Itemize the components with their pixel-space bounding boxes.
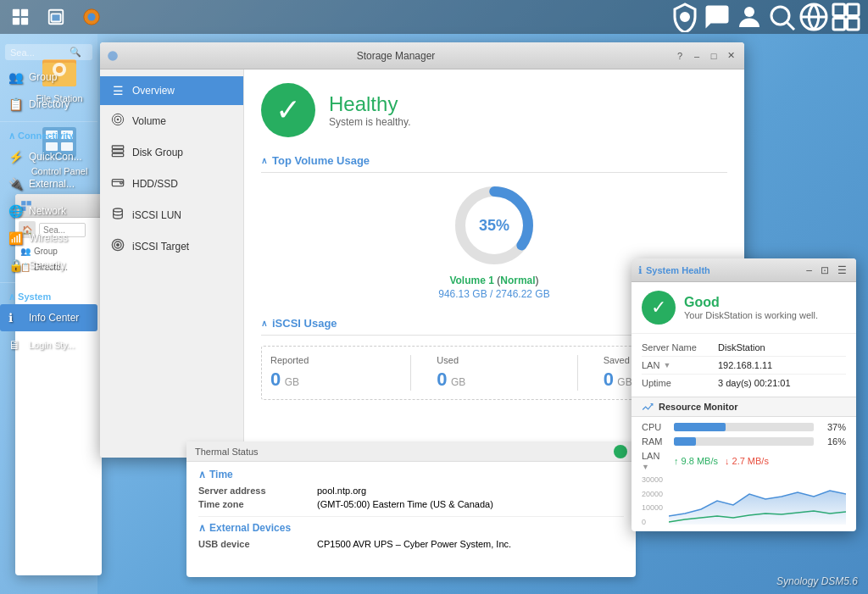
display-icon[interactable]: [831, 2, 861, 32]
network-taskbar-icon[interactable]: [798, 2, 829, 32]
iscsi-used-label: Used: [437, 355, 551, 365]
svg-rect-16: [848, 19, 860, 31]
taskbar-right: [663, 2, 868, 32]
popup-health-text: Good Your DiskStation is working well.: [684, 295, 818, 320]
thermal-label: Thermal Status: [195, 447, 259, 457]
cpu-percent: 37%: [821, 422, 846, 432]
uptime-label: Uptime: [642, 378, 718, 388]
browser-taskbar-icon[interactable]: [75, 0, 108, 34]
sidebar-iscsi-target[interactable]: iSCSI Target: [100, 230, 243, 262]
external-devices-header[interactable]: ∧ External Devices: [198, 516, 624, 534]
svg-point-32: [117, 119, 120, 121]
donut-label: 35%: [479, 217, 509, 235]
y-axis-10000: 10000: [642, 503, 669, 512]
cpu-bar: [674, 423, 726, 431]
uptime-value: 3 day(s) 00:21:01: [718, 378, 846, 388]
external-label: External...: [29, 178, 75, 190]
sidebar-item-external[interactable]: 🔌 External...: [0, 170, 97, 197]
search-taskbar-icon[interactable]: [766, 2, 797, 32]
svg-marker-45: [669, 491, 846, 525]
user-icon[interactable]: [734, 2, 765, 32]
antivirus-icon[interactable]: [670, 2, 700, 32]
popup-health-icon: ✓: [642, 291, 676, 325]
sidebar-item-group[interactable]: 👥 Group: [0, 64, 97, 91]
ram-bar-track: [674, 437, 814, 446]
synology-brand: Synology DSM5.6: [776, 575, 858, 587]
volume-header-label: Top Volume Usage: [272, 154, 370, 167]
sidebar-item-login-style[interactable]: 🖥 Login Sty...: [0, 331, 97, 358]
sidebar-item-security[interactable]: 🔒 Security: [0, 252, 97, 279]
system-health-titlebar: ℹ System Health – ⊡ ☰: [632, 258, 856, 282]
panel-divider-1: [0, 121, 97, 122]
left-panel: 🔍 👥 Group 📋 Directory ∧ Connectivity ⚡ Q…: [0, 34, 97, 594]
wireless-label: Wireless: [29, 232, 68, 244]
iscsi-divider-1: [410, 355, 411, 391]
iscsi-used-value: 0 GB: [437, 369, 551, 391]
lan-speed-arrow-icon: ▼: [642, 463, 649, 471]
system-section[interactable]: ∧ System: [0, 286, 97, 304]
sidebar-iscsi-lun[interactable]: iSCSI LUN: [100, 199, 243, 230]
usb-device-value: CP1500 AVR UPS – Cyber Power System, Inc…: [317, 539, 511, 549]
external-devices-section: ∧ External Devices USB device CP1500 AVR…: [186, 516, 636, 556]
resource-monitor-body: CPU 37% RAM 16% LAN ▼ ↑ 9.8 MB/s ↓ 2.7 M…: [632, 417, 856, 531]
sidebar-hdd-ssd[interactable]: HDD/SSD: [100, 168, 243, 199]
window-maximize-btn[interactable]: □: [707, 49, 721, 63]
sidebar-item-info-center[interactable]: ℹ Info Center: [0, 304, 97, 331]
popup-restore-btn[interactable]: ⊡: [818, 264, 832, 276]
sidebar-item-network[interactable]: 🌐 Network: [0, 197, 97, 225]
apps-icon[interactable]: [3, 0, 37, 34]
volume-arrow-icon: ∧: [261, 156, 267, 165]
lan-speed-row: LAN ▼ ↑ 9.8 MB/s ↓ 2.7 MB/s: [642, 451, 846, 471]
health-section: ✓ Healthy System is healthy.: [261, 83, 727, 137]
time-header[interactable]: ∧ Time: [198, 469, 624, 480]
popup-controls: – ⊡ ☰: [804, 264, 849, 276]
sidebar-volume[interactable]: Volume: [100, 105, 243, 136]
sidebar-item-quickcon[interactable]: ⚡ QuickCon...: [0, 143, 97, 170]
connectivity-section[interactable]: ∧ Connectivity: [0, 125, 97, 143]
disk-group-icon: [110, 144, 125, 160]
chart-yaxis: 30000 20000 10000 0: [642, 475, 669, 526]
lan-row: LAN ▼ 192.168.1.11: [642, 357, 846, 375]
left-panel-search[interactable]: 🔍: [5, 44, 92, 60]
window-close-btn[interactable]: ✕: [724, 49, 737, 63]
chat-icon[interactable]: [702, 2, 732, 32]
sidebar-item-directory[interactable]: 📋 Directory: [0, 91, 97, 118]
left-panel-search-input[interactable]: [10, 47, 70, 58]
hdd-ssd-icon: [110, 175, 125, 192]
system-health-title: System Health: [646, 265, 710, 275]
window-minimize-btn[interactable]: –: [690, 49, 704, 63]
network-label: Network: [29, 205, 66, 217]
taskbar-left: [0, 0, 112, 34]
health-icon: ✓: [261, 83, 315, 137]
lan-upload-speed: ↑ 9.8 MB/s: [674, 456, 718, 466]
uptime-row: Uptime 3 day(s) 00:21:01: [642, 375, 846, 391]
volume-label: Volume: [132, 115, 166, 127]
iscsi-divider-2: [577, 355, 578, 391]
sidebar-item-wireless[interactable]: 📶 Wireless: [0, 225, 97, 252]
security-label: Security: [29, 259, 65, 271]
sidebar-overview[interactable]: ☰ Overview: [100, 76, 243, 105]
resource-monitor-icon: [642, 401, 654, 413]
lan-download-speed: ↓ 2.7 MB/s: [725, 456, 769, 466]
popup-health-section: ✓ Good Your DiskStation is working well.: [632, 282, 856, 334]
server-address-row: Server address pool.ntp.org: [198, 486, 624, 496]
svg-rect-5: [52, 14, 61, 21]
chart-svg: [669, 475, 846, 526]
volume-header[interactable]: ∧ Top Volume Usage: [261, 154, 727, 173]
storage-sidebar: ☰ Overview Volume Disk Group HDD/SSD: [100, 69, 244, 458]
hdd-ssd-label: HDD/SSD: [132, 178, 178, 190]
server-name-label: Server Name: [642, 342, 718, 353]
thermal-ok-icon: [614, 445, 627, 458]
lan-arrow-icon: ▼: [663, 361, 670, 369]
disk-group-label: Disk Group: [132, 147, 183, 158]
usb-device-row: USB device CP1500 AVR UPS – Cyber Power …: [198, 539, 624, 549]
window-help-btn[interactable]: ?: [673, 49, 687, 63]
health-text: Healthy System is healthy.: [329, 92, 410, 128]
sidebar-disk-group[interactable]: Disk Group: [100, 136, 243, 168]
resource-monitor-header: Resource Monitor: [632, 397, 856, 417]
popup-minimize-btn[interactable]: –: [804, 264, 815, 276]
popup-menu-btn[interactable]: ☰: [835, 264, 849, 276]
info-center-icon: ℹ: [8, 311, 22, 325]
filestation-taskbar-icon[interactable]: [39, 0, 73, 34]
svg-rect-34: [112, 150, 123, 153]
